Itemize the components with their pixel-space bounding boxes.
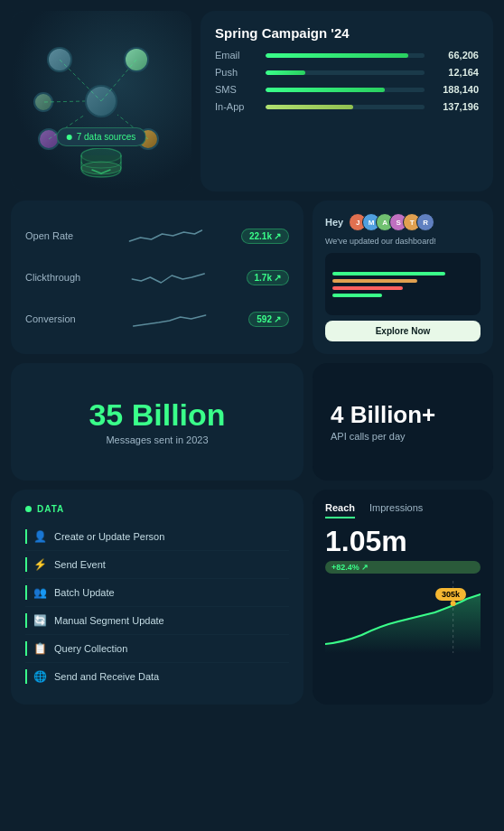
send-receive-icon: 🌐 (33, 669, 47, 684)
metric-bar-inapp (266, 105, 353, 109)
data-item-send-receive[interactable]: 🌐 Send and Receive Data (25, 663, 289, 690)
analytic-label-click: Clickthrough (25, 272, 90, 283)
metric-val-sms: 188,140 (432, 84, 479, 95)
metric-val-email: 66,206 (432, 50, 479, 61)
metric-row-push: Push 12,164 (215, 67, 479, 78)
reach-chart: 305k (325, 581, 481, 692)
card-analytics: Open Rate 22.1k ↗ Clickthrough 1.7k ↗ (11, 201, 303, 354)
notif-hey: Hey (325, 217, 343, 228)
preview-line-2 (332, 279, 417, 283)
data-item-send-event[interactable]: ⚡ Send Event (25, 551, 289, 579)
billion-row: 35 Billion Messages sent in 2023 4 Billi… (11, 363, 493, 481)
card-billion-messages: 35 Billion Messages sent in 2023 (11, 363, 303, 481)
metric-bar-email-wrap (266, 53, 425, 58)
sparkline-click (99, 266, 238, 288)
analytic-val-openrate: 22.1k (249, 231, 272, 241)
svg-point-8 (451, 601, 456, 606)
analytic-arrow-openrate: ↗ (274, 231, 281, 241)
data-item-send-event-inner: ⚡ Send Event (25, 557, 289, 572)
svg-line-0 (60, 60, 101, 101)
metric-bar-inapp-wrap (266, 105, 425, 109)
preview-line-3 (332, 286, 403, 290)
dot-green (25, 506, 32, 512)
metric-bar-sms-wrap (266, 88, 425, 92)
metric-bar-email (266, 53, 408, 58)
sparkline-openrate (99, 225, 232, 247)
analytic-label-conv: Conversion (25, 313, 90, 324)
analytic-badge-openrate: 22.1k ↗ (241, 229, 289, 244)
metric-val-push: 12,164 (432, 67, 479, 78)
datasource-label: 7 data sources (77, 132, 136, 142)
card-notification: Hey J M A S T R We've updated our dashbo… (313, 201, 493, 354)
metric-label-push: Push (215, 67, 258, 78)
datasource-dot (67, 135, 72, 140)
card-reach: Reach Impressions 1.05m +82.4% ↗ (313, 490, 493, 705)
analytic-badge-conv: 592 ↗ (248, 312, 289, 327)
top-row: 7 data sources Spring Campaign '24 Email (11, 11, 493, 191)
analytic-arrow-conv: ↗ (274, 314, 281, 324)
send-event-icon: ⚡ (33, 557, 47, 572)
reach-tabs: Reach Impressions (325, 502, 481, 518)
data-item-manual-segment-inner: 🔄 Manual Segment Update (25, 613, 289, 628)
card-campaign: Spring Campaign '24 Email 66,206 Push 12… (201, 11, 493, 191)
analytic-row-openrate: Open Rate 22.1k ↗ (25, 225, 289, 247)
create-person-label: Create or Update Person (54, 531, 164, 542)
manual-segment-icon: 🔄 (33, 613, 47, 628)
metric-row-sms: SMS 188,140 (215, 84, 479, 95)
data-item-create-person-inner: 👤 Create or Update Person (25, 529, 289, 544)
preview-line-1 (332, 272, 445, 275)
metric-bar-push-wrap (266, 70, 425, 75)
notif-message: We've updated our dashboard! (325, 237, 481, 246)
billion-messages-num: 35 Billion (89, 399, 225, 430)
notif-preview (325, 253, 481, 315)
notif-header: Hey J M A S T R (325, 213, 481, 231)
analytic-arrow-click: ↗ (274, 273, 281, 283)
tab-reach[interactable]: Reach (325, 502, 355, 518)
send-receive-label: Send and Receive Data (54, 671, 159, 682)
page-layout: 7 data sources Spring Campaign '24 Email (0, 0, 504, 831)
data-item-create-person[interactable]: 👤 Create or Update Person (25, 523, 289, 551)
billion-messages-sub: Messages sent in 2023 (106, 434, 208, 445)
datasource-badge: 7 data sources (57, 127, 146, 146)
card-api: 4 Billion+ API calls per day (313, 363, 493, 481)
campaign-title: Spring Campaign '24 (215, 25, 479, 41)
metric-label-sms: SMS (215, 84, 258, 95)
data-item-query-collection-inner: 📋 Query Collection (25, 641, 289, 656)
api-num: 4 Billion+ (331, 403, 475, 426)
mid-row: Open Rate 22.1k ↗ Clickthrough 1.7k ↗ (11, 201, 493, 354)
avatar-6: R (416, 213, 434, 231)
analytic-label-openrate: Open Rate (25, 230, 90, 241)
batch-update-label: Batch Update (54, 587, 115, 598)
metric-row-inapp: In-App 137,196 (215, 101, 479, 112)
data-title-text: DATA (37, 504, 64, 514)
batch-update-icon: 👥 (33, 585, 47, 600)
data-item-batch-update[interactable]: 👥 Batch Update (25, 579, 289, 607)
reach-tooltip: 305k (435, 588, 466, 601)
query-collection-label: Query Collection (54, 643, 127, 654)
metric-row-email: Email 66,206 (215, 50, 479, 61)
preview-line-4 (332, 294, 382, 297)
reach-number: 1.05m (325, 526, 481, 557)
card-data: DATA 👤 Create or Update Person ⚡ Send Ev… (11, 490, 303, 705)
metric-label-email: Email (215, 50, 258, 61)
query-collection-icon: 📋 (33, 641, 47, 656)
create-person-icon: 👤 (33, 529, 47, 544)
tab-impressions[interactable]: Impressions (369, 502, 423, 518)
data-item-batch-update-inner: 👥 Batch Update (25, 585, 289, 600)
sparkline-conv (99, 308, 239, 330)
data-section-title: DATA (25, 504, 289, 514)
metric-bar-push (266, 70, 305, 75)
data-item-query-collection[interactable]: 📋 Query Collection (25, 635, 289, 663)
metric-label-inapp: In-App (215, 101, 258, 112)
analytic-val-click: 1.7k (255, 273, 272, 283)
analytic-row-click: Clickthrough 1.7k ↗ (25, 266, 289, 288)
send-event-label: Send Event (54, 559, 106, 570)
analytic-val-conv: 592 (257, 314, 272, 324)
database-icon (79, 148, 124, 181)
reach-badge: +82.4% ↗ (325, 561, 481, 574)
analytic-badge-click: 1.7k ↗ (247, 270, 289, 285)
explore-button[interactable]: Explore Now (325, 321, 481, 341)
manual-segment-label: Manual Segment Update (54, 615, 164, 626)
data-item-manual-segment[interactable]: 🔄 Manual Segment Update (25, 607, 289, 635)
svg-line-1 (101, 60, 136, 101)
